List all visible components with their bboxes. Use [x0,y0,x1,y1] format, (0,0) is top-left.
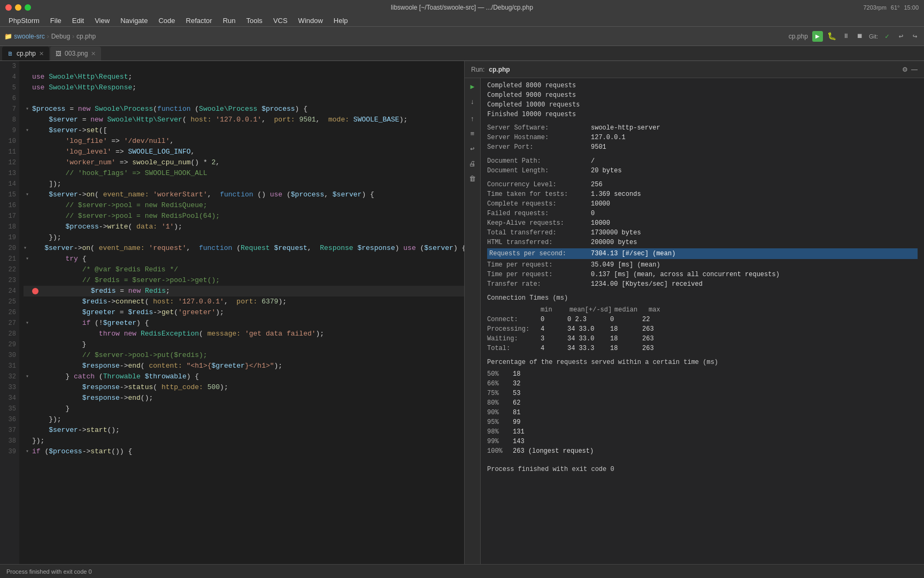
settings-icon[interactable]: ⚙ [902,66,908,73]
server-info-row-concurrency: Concurrency Level: 256 [487,180,918,189]
tab-close-cp-php[interactable]: ✕ [39,50,44,57]
output-finished: Finished 10000 requests [487,109,918,119]
code-line-17: // $server->pool = new RedisPool(64); [24,211,464,222]
menu-view[interactable]: View [90,16,114,26]
run-icon-clear[interactable]: 🗑 [466,172,479,185]
server-info-row-doclen: Document Length: 20 bytes [487,166,918,176]
code-line-10: 'log_file' => '/dev/null', [24,136,464,147]
pct-95: 95%99 [487,417,918,427]
code-line-34: $response->end(); [24,393,464,404]
code-line-22: /* @var $redis Redis */ [24,264,464,275]
run-button[interactable]: ▶ [812,31,823,42]
tab-label-003-png: 003.png [65,50,88,57]
conn-total: Total: 4 34 33.3 18 263 [487,344,918,353]
minimize-panel-icon[interactable]: — [911,66,918,73]
pct-50: 50%18 [487,369,918,379]
minimize-button[interactable] [15,4,21,11]
code-editor[interactable]: use Swoole\Http\Request; use Swoole\Http… [19,61,464,564]
code-line-31: $response->end( content: "<h1>{$greeter}… [24,361,464,371]
titlebar: libswoole [~/Toast/swoole-src] — .../Deb… [0,0,924,15]
breadcrumb-project: 📁 swoole-src [4,33,45,40]
code-line-33: $response->status( http_code: 500); [24,382,464,393]
menu-vcs[interactable]: VCS [269,16,292,26]
git-label: Git: [869,33,878,40]
run-icon-wrap[interactable]: ↩ [466,142,479,155]
code-line-37: $server->start(); [24,425,464,436]
run-icon-up[interactable]: ↑ [466,112,479,125]
code-line-15: ▾ $server->on( event_name: 'workerStart'… [24,189,464,200]
code-line-20: ▾ $server->on( event_name: 'request', fu… [24,243,464,254]
pct-75: 75%53 [487,389,918,398]
editor-tabs: 🗎 cp.php ✕ 🖼 003.png ✕ [0,46,924,61]
run-config-label: cp.php [789,33,808,40]
window-controls[interactable] [5,4,31,11]
run-icon-filter[interactable]: ≡ [466,127,479,140]
git-icon-2[interactable]: ↩ [896,32,906,41]
server-info-row-html: HTML transferred: 200000 bytes [487,238,918,247]
bottom-bar: Process finished with exit code 0 [0,564,924,578]
menu-code[interactable]: Code [154,16,179,26]
output-completed-8000: Completed 8000 requests [487,80,918,90]
menu-window[interactable]: Window [294,16,327,26]
pct-66: 66%32 [487,379,918,389]
menu-help[interactable]: Help [329,16,352,26]
pct-98: 98%131 [487,427,918,437]
run-icon-play[interactable]: ▶ [466,80,479,93]
git-icon-3[interactable]: ↪ [910,32,920,41]
code-line-35: } [24,404,464,414]
code-line-36: }); [24,414,464,425]
code-line-3 [24,61,464,72]
tab-cp-php[interactable]: 🗎 cp.php ✕ [2,47,49,60]
status-process-message: Process finished with exit code 0 [6,568,92,575]
process-finish-message: Process finished with exit code 0 [487,465,918,474]
server-info-row-tpr2: Time per request: 0.137 [ms] (mean, acro… [487,270,918,279]
run-icon-print[interactable]: 🖨 [466,157,479,170]
battery-status: 61° [891,4,900,11]
code-line-7: ▾ $process = new Swoole\Process(function… [24,104,464,115]
menu-phpstorm[interactable]: PhpStorm [4,16,44,26]
code-line-11: 'log_level' => SWOOLE_LOG_INFO, [24,147,464,157]
server-info-row-rps: Requests per second: 7304.13 [#/sec] (me… [487,248,918,259]
menu-refactor[interactable]: Refactor [182,16,217,26]
run-icon-down[interactable]: ↓ [466,95,479,108]
code-line-18: $process->write( data: '1'); [24,222,464,232]
code-line-29: } [24,339,464,350]
output-area[interactable]: Completed 8000 requests Completed 9000 r… [481,78,924,564]
cpu-status: 7203rpm [863,4,886,11]
debug-button[interactable]: 🐛 [827,32,837,41]
maximize-button[interactable] [25,4,31,11]
breadcrumb: 📁 swoole-src › Debug › cp.php [4,33,96,40]
tab-close-003-png[interactable]: ✕ [91,50,96,57]
main-layout: 3 4 5 6 7 8 9 10 11 12 13 14 15 16 17 18… [0,61,924,564]
menu-file[interactable]: File [46,16,66,26]
menu-edit[interactable]: Edit [68,16,88,26]
code-line-25: $redis->connect( host: '127.0.0.1', port… [24,296,464,307]
toolbar-icon-1[interactable]: ⏸ [841,32,851,41]
menu-navigate[interactable]: Navigate [116,16,152,26]
code-line-28: throw new RedisException( message: 'get … [24,329,464,339]
percentages-title: Percentage of the requests served within… [487,358,918,367]
menu-tools[interactable]: Tools [242,16,267,26]
menu-run[interactable]: Run [219,16,240,26]
git-check[interactable]: ✓ [882,32,892,41]
breadcrumb-debug: Debug [51,33,70,40]
close-button[interactable] [5,4,12,11]
code-line-26: $greeter = $redis->get('greeter'); [24,307,464,318]
run-panel-header: Run: cp.php ⚙ — [465,61,924,78]
conn-connect: Connect: 0 0 2.3 0 22 [487,315,918,324]
code-line-13: // 'hook_flags' => SWOOLE_HOOK_ALL [24,168,464,179]
breakpoint-24[interactable] [32,288,38,294]
code-line-30: // $server->pool->put($redis); [24,350,464,361]
line-numbers: 3 4 5 6 7 8 9 10 11 12 13 14 15 16 17 18… [0,61,19,564]
conn-waiting: Waiting: 3 34 33.0 18 263 [487,334,918,344]
code-line-5: use Swoole\Http\Response; [24,82,464,93]
pct-99: 99%143 [487,437,918,446]
code-line-19: }); [24,232,464,243]
code-line-21: ▾ try { [24,254,464,264]
editor-area: 3 4 5 6 7 8 9 10 11 12 13 14 15 16 17 18… [0,61,464,564]
tab-003-png[interactable]: 🖼 003.png ✕ [50,47,101,60]
toolbar-icon-2[interactable]: ⏹ [855,32,865,41]
code-line-32: ▾ } catch (Throwable $throwable) { [24,371,464,382]
server-info-row-tpr: Time per request: 35.049 [ms] (mean) [487,260,918,270]
code-line-8: $server = new Swoole\Http\Server( host: … [24,115,464,125]
